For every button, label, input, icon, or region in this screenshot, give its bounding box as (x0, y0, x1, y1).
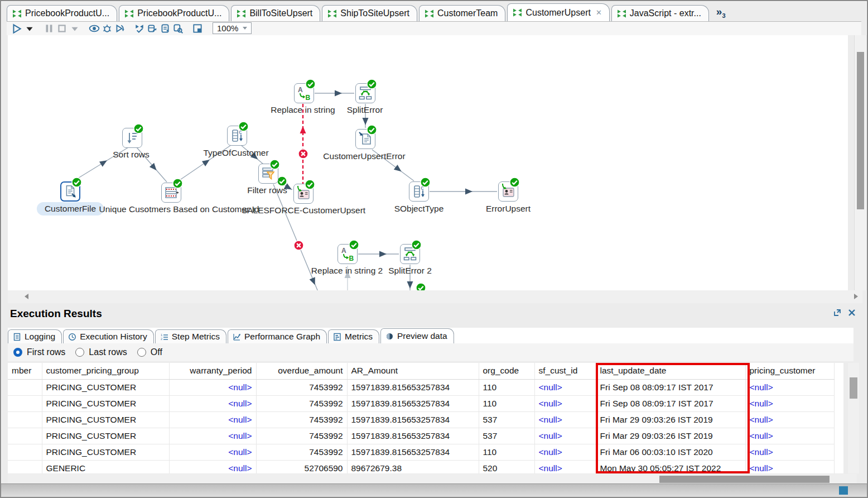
close-results-icon[interactable] (847, 308, 857, 318)
transformation-canvas[interactable]: CustomerFileSort rowsUnique Cusotmers Ba… (8, 35, 848, 290)
radio-unselected-icon[interactable] (137, 348, 146, 357)
cell-customer-pricing-group[interactable]: PRICING_CUSTOMER (42, 444, 169, 460)
table-vertical-scrollbar-thumb[interactable] (850, 377, 857, 399)
cell-org-code[interactable]: 110 (479, 379, 534, 395)
preview-button[interactable] (89, 23, 100, 34)
run-options-arrow-button[interactable] (24, 23, 35, 34)
cell-pricing-customer[interactable]: <null> (745, 428, 834, 444)
step-sobjecttype[interactable]: c (409, 181, 429, 202)
cell-overdue-amount[interactable]: 7453992 (256, 395, 347, 411)
column-header-sf-cust-id[interactable]: sf_cust_id (534, 363, 596, 379)
run-button[interactable] (11, 23, 22, 34)
show-results-button[interactable] (192, 23, 203, 34)
radio-first-rows[interactable]: First rows (13, 347, 65, 357)
cell-customer-pricing-group[interactable]: PRICING_CUSTOMER (42, 411, 169, 428)
radio-unselected-icon[interactable] (75, 348, 84, 357)
cell-overdue-amount[interactable]: 7453992 (256, 411, 347, 428)
cell-customer-pricing-group[interactable]: PRICING_CUSTOMER (42, 379, 169, 395)
cell-warranty-period[interactable]: <null> (169, 379, 256, 395)
cell-pricing-customer[interactable]: <null> (745, 411, 834, 428)
cell-customer-pricing-group[interactable]: GENERIC (42, 460, 169, 473)
cell-last-update-date[interactable]: Fri Sep 08 08:09:17 IST 2017 (596, 395, 745, 411)
explore-db-button[interactable] (172, 23, 184, 34)
step-errorupsert[interactable] (498, 181, 518, 202)
table-row[interactable]: PRICING_CUSTOMER<null>745399215971839.81… (8, 428, 834, 444)
step-typeofcustomer[interactable]: c (227, 126, 247, 146)
scroll-right-icon[interactable] (854, 294, 858, 299)
cell-sf-cust-id[interactable]: <null> (534, 379, 596, 395)
table-row[interactable]: GENERIC<null>5270659089672679.38520<null… (8, 460, 834, 473)
cell-org-code[interactable]: 537 (479, 428, 534, 444)
cell-pricing-customer[interactable]: <null> (745, 395, 834, 411)
cell-ar-amount[interactable]: 15971839.815653257834 (347, 444, 479, 460)
open-in-new-window-icon[interactable] (832, 308, 842, 318)
cell-last-update-date[interactable]: Fri Sep 08 08:09:17 IST 2017 (596, 379, 745, 395)
cell-last-update-date[interactable]: Fri Mar 29 09:03:26 IST 2019 (596, 428, 745, 444)
table-row[interactable]: PRICING_CUSTOMER<null>745399215971839.81… (8, 411, 834, 428)
notification-icon[interactable] (839, 486, 848, 495)
cell-mber[interactable] (8, 460, 42, 473)
close-tab-icon[interactable]: ✕ (596, 8, 602, 17)
replay-button[interactable] (114, 23, 126, 34)
step-customerfile[interactable] (60, 181, 80, 202)
cell-sf-cust-id[interactable]: <null> (534, 411, 596, 428)
pause-button[interactable] (44, 23, 55, 34)
step-filter-rows[interactable] (258, 164, 278, 184)
tab-javascript-extr[interactable]: JavaScript - extr... (611, 5, 709, 21)
results-tab-step-metrics[interactable]: 12Step Metrics (155, 329, 226, 343)
column-header-mber[interactable]: mber (8, 363, 42, 379)
radio-selected-icon[interactable] (13, 348, 22, 357)
cell-sf-cust-id[interactable]: <null> (534, 395, 596, 411)
cell-pricing-customer[interactable]: <null> (745, 444, 834, 460)
column-header-pricing-customer[interactable]: pricing_customer (745, 363, 834, 379)
cell-org-code[interactable]: 110 (479, 444, 534, 460)
step-salesforce-customerupsert[interactable] (293, 184, 314, 204)
tab-billtositeupsert[interactable]: BillToSiteUpsert (231, 5, 320, 21)
table-vertical-scrollbar[interactable] (848, 363, 859, 473)
cell-ar-amount[interactable]: 15971839.815653257834 (347, 411, 479, 428)
tab-customerteam[interactable]: CustomerTeam (419, 5, 505, 21)
cell-sf-cust-id[interactable]: <null> (534, 460, 596, 473)
cell-org-code[interactable]: 520 (479, 460, 534, 473)
column-header-overdue-amount[interactable]: overdue_amount (256, 363, 347, 379)
cell-mber[interactable] (8, 428, 42, 444)
tab-pricebookproductu[interactable]: PricebookProductU... (119, 5, 229, 21)
scroll-left-icon[interactable] (25, 294, 28, 299)
step-unique-customers[interactable] (161, 183, 181, 203)
table-row[interactable]: PRICING_CUSTOMER<null>745399215971839.81… (8, 444, 834, 460)
step-replace-in-string-2[interactable]: AB (337, 244, 358, 264)
tab-overflow-chevron[interactable]: »3 (716, 6, 726, 19)
column-header-customer-pricing-group[interactable]: customer_pricing_group (42, 363, 169, 379)
results-tab-metrics[interactable]: Metrics (328, 329, 379, 343)
results-tab-logging[interactable]: Logging (8, 329, 62, 343)
step-sort-rows[interactable] (122, 128, 142, 148)
debug-button[interactable] (102, 23, 113, 34)
canvas-horizontal-scrollbar[interactable] (8, 290, 862, 303)
results-tab-performance-graph[interactable]: Performance Graph (228, 329, 327, 343)
cell-mber[interactable] (8, 411, 42, 428)
cell-sf-cust-id[interactable]: <null> (534, 428, 596, 444)
results-tab-preview-data[interactable]: Preview data (380, 328, 454, 343)
cell-ar-amount[interactable]: 89672679.38 (347, 460, 479, 473)
cell-warranty-period[interactable]: <null> (169, 428, 256, 444)
impact-button[interactable] (147, 23, 158, 34)
column-header-org-code[interactable]: org_code (479, 363, 534, 379)
stop-options-arrow-button[interactable] (69, 23, 80, 34)
verify-button[interactable] (134, 23, 145, 34)
cell-overdue-amount[interactable]: 7453992 (256, 444, 347, 460)
cell-overdue-amount[interactable]: 7453992 (256, 379, 347, 395)
cell-pricing-customer[interactable]: <null> (745, 460, 834, 473)
results-tab-execution-history[interactable]: Execution History (63, 329, 154, 343)
cell-mber[interactable] (8, 444, 42, 460)
radio-off[interactable]: Off (137, 347, 162, 357)
table-row[interactable]: PRICING_CUSTOMER<null>745399215971839.81… (8, 395, 834, 411)
cell-org-code[interactable]: 537 (479, 411, 534, 428)
cell-warranty-period[interactable]: <null> (169, 395, 256, 411)
cell-org-code[interactable]: 110 (479, 395, 534, 411)
stop-button[interactable] (56, 23, 67, 34)
step-spliterror[interactable] (355, 83, 375, 103)
cell-ar-amount[interactable]: 15971839.815653257834 (347, 395, 479, 411)
sql-button[interactable] (160, 23, 171, 34)
cell-mber[interactable] (8, 379, 42, 395)
cell-ar-amount[interactable]: 15971839.815653257834 (347, 428, 479, 444)
